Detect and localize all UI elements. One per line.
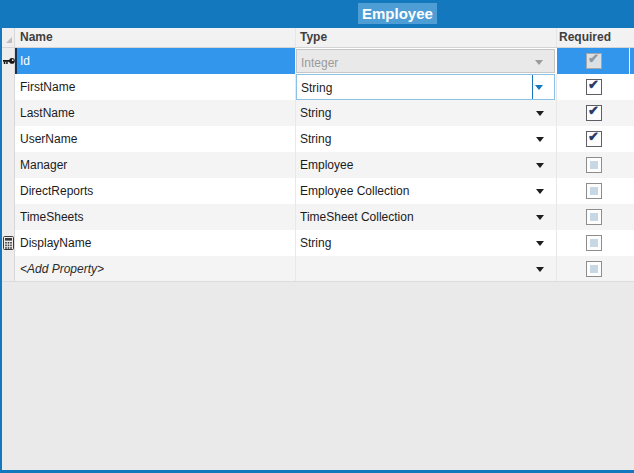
property-row-directreports: DirectReports Employee Collection [2, 178, 634, 204]
chevron-down-icon[interactable] [536, 215, 544, 220]
type-combobox-disabled: Integer [296, 49, 555, 73]
row-filler [630, 126, 634, 152]
chevron-down-icon[interactable] [536, 241, 544, 246]
chevron-down-icon[interactable] [536, 137, 544, 142]
row-filler [630, 230, 634, 256]
property-row-lastname: LastName String ✔ [2, 100, 634, 126]
property-required-cell [557, 204, 630, 230]
select-all-triangle-icon [6, 37, 12, 43]
row-header[interactable] [2, 100, 15, 126]
required-checkbox[interactable] [586, 235, 602, 251]
property-name-cell[interactable]: TimeSheets [15, 204, 296, 230]
property-required-cell: ✔ [557, 74, 630, 100]
row-header-displayname[interactable] [2, 230, 15, 256]
column-header-name[interactable]: Name [15, 28, 296, 47]
required-checkbox[interactable] [586, 157, 602, 173]
row-filler [630, 100, 634, 126]
row-header[interactable] [2, 178, 15, 204]
property-type-cell[interactable]: String [296, 74, 557, 100]
row-header[interactable] [2, 152, 15, 178]
property-row-displayname: DisplayName String [2, 230, 634, 256]
column-header-type[interactable]: Type [296, 28, 557, 47]
row-filler [630, 256, 634, 281]
property-required-cell: ✔ [557, 126, 630, 152]
select-all-corner[interactable] [2, 28, 15, 47]
required-checkbox[interactable]: ✔ [586, 131, 602, 147]
required-checkbox[interactable] [586, 209, 602, 225]
row-filler [630, 178, 634, 204]
row-filler [630, 204, 634, 230]
chevron-down-icon[interactable] [536, 189, 544, 194]
property-name-cell[interactable]: Manager [15, 152, 296, 178]
required-checkbox[interactable]: ✔ [586, 53, 602, 69]
row-filler [630, 74, 634, 100]
property-name-cell[interactable]: Id [15, 48, 296, 74]
entity-title[interactable]: Employee [358, 3, 437, 24]
property-name-cell[interactable]: DirectReports [15, 178, 296, 204]
row-header-id[interactable] [2, 48, 15, 74]
required-checkbox[interactable] [586, 183, 602, 199]
required-checkbox[interactable]: ✔ [586, 79, 602, 95]
required-checkbox[interactable] [586, 261, 602, 277]
property-type-cell[interactable] [296, 256, 557, 281]
property-name-cell[interactable]: FirstName [15, 74, 296, 100]
property-type-cell[interactable]: TimeSheet Collection [296, 204, 557, 230]
property-row-firstname: FirstName String ✔ [2, 74, 634, 100]
row-header[interactable] [2, 74, 15, 100]
row-filler [630, 48, 634, 74]
property-row-manager: Manager Employee [2, 152, 634, 178]
property-row-id: Id Integer ✔ [2, 48, 634, 74]
property-name-cell[interactable]: UserName [15, 126, 296, 152]
row-header[interactable] [2, 204, 15, 230]
type-combobox-focused[interactable]: String [296, 74, 555, 100]
chevron-down-icon[interactable] [535, 85, 543, 90]
property-required-cell: ✔ [557, 100, 630, 126]
chevron-down-icon[interactable] [536, 163, 544, 168]
property-name-cell[interactable]: LastName [15, 100, 296, 126]
chevron-down-icon [535, 60, 543, 65]
property-type-cell[interactable]: String [296, 230, 557, 256]
property-type-cell[interactable]: String [296, 126, 557, 152]
grid-header-row: Name Type Required [2, 28, 634, 48]
required-checkbox[interactable]: ✔ [586, 105, 602, 121]
entity-card: Employee Name Type Required Id [0, 0, 634, 473]
property-type-cell[interactable]: Employee [296, 152, 557, 178]
property-row-username: UserName String ✔ [2, 126, 634, 152]
row-header[interactable] [2, 126, 15, 152]
property-required-cell: ✔ [557, 48, 630, 74]
property-required-cell [557, 256, 630, 281]
row-header[interactable] [2, 256, 15, 281]
property-name-cell[interactable]: DisplayName [15, 230, 296, 256]
property-type-cell[interactable]: Employee Collection [296, 178, 557, 204]
add-property-cell[interactable]: <Add Property> [15, 256, 296, 281]
property-required-cell [557, 152, 630, 178]
chevron-down-icon[interactable] [536, 111, 544, 116]
entity-titlebar[interactable]: Employee [2, 0, 634, 28]
calculator-icon [3, 236, 14, 250]
property-row-timesheets: TimeSheets TimeSheet Collection [2, 204, 634, 230]
property-type-cell: Integer [296, 48, 557, 74]
chevron-down-icon[interactable] [536, 267, 544, 272]
add-property-row[interactable]: <Add Property> [2, 256, 634, 282]
row-filler [630, 152, 634, 178]
property-required-cell [557, 178, 630, 204]
property-type-cell[interactable]: String [296, 100, 557, 126]
properties-grid: Name Type Required Id Integer [2, 28, 634, 282]
property-required-cell [557, 230, 630, 256]
key-icon [3, 57, 15, 65]
column-header-required[interactable]: Required [557, 28, 634, 47]
